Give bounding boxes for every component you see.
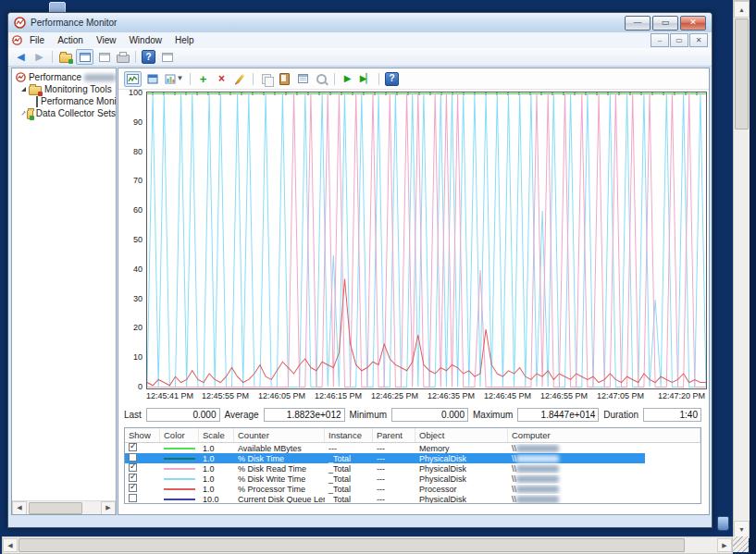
delete-icon: × xyxy=(218,73,225,84)
legend-row[interactable]: 1.0 % Disk Time _Total --- PhysicalDisk … xyxy=(125,453,700,463)
scale-cell: 10.0 xyxy=(199,495,234,504)
back-button[interactable]: ◀ xyxy=(13,50,29,64)
col-instance[interactable]: Instance xyxy=(325,428,373,442)
vertical-scroll-thumb[interactable] xyxy=(735,18,749,129)
show-checkbox[interactable] xyxy=(129,474,137,482)
menu-window[interactable]: Window xyxy=(123,34,167,46)
window-icon xyxy=(99,53,110,62)
scroll-right-icon[interactable]: ▶ xyxy=(717,538,732,552)
toolbar-separator xyxy=(52,51,53,63)
legend-row[interactable]: 1.0 % Disk Write Time _Total --- Physica… xyxy=(125,474,700,484)
expanded-arrow-icon[interactable] xyxy=(21,87,26,92)
show-console-tree-button[interactable] xyxy=(76,49,93,65)
paste-counter-list-button[interactable] xyxy=(277,72,292,86)
performance-chart[interactable] xyxy=(146,92,707,389)
scroll-left-icon[interactable]: ◀ xyxy=(12,501,27,515)
menu-action[interactable]: Action xyxy=(52,34,89,46)
tree-item-monitoring-tools[interactable]: Monitoring Tools xyxy=(12,83,116,95)
resize-grip[interactable] xyxy=(733,536,749,552)
monitoring-tools-folder-icon xyxy=(29,86,42,95)
scroll-right-icon[interactable]: ▶ xyxy=(101,501,116,515)
highlight-button[interactable] xyxy=(232,72,248,86)
outer-horizontal-scrollbar[interactable]: ◀ ▶ xyxy=(2,536,733,554)
title-bar[interactable]: Performance Monitor — ▭ ✕ xyxy=(8,13,712,33)
show-checkbox[interactable] xyxy=(129,453,137,462)
scale-cell: 1.0 xyxy=(199,454,234,463)
col-counter[interactable]: Counter xyxy=(234,428,325,442)
view-log-data-button[interactable] xyxy=(144,72,160,86)
performance-monitor-window: Performance Monitor — ▭ ✕ File Action Vi… xyxy=(7,12,713,528)
chart-type-dropdown[interactable]: ▼ xyxy=(163,72,185,86)
help-button[interactable]: ? xyxy=(141,50,156,64)
tree-item-data-collector-sets[interactable]: Data Collector Sets xyxy=(12,107,116,119)
unfreeze-display-button[interactable]: ▶ xyxy=(340,72,355,86)
properties-button[interactable] xyxy=(295,72,311,86)
copy-properties-button[interactable] xyxy=(258,72,274,86)
scale-cell: 1.0 xyxy=(199,444,234,453)
y-axis-labels: 1009080706050403020100 xyxy=(122,92,144,388)
show-checkbox[interactable] xyxy=(129,443,137,451)
forward-button[interactable]: ▶ xyxy=(31,50,47,64)
step-icon: ▶▏ xyxy=(360,74,372,83)
paste-icon xyxy=(279,73,290,85)
legend-row[interactable]: 1.0 % Processor Time _Total --- Processo… xyxy=(125,484,700,494)
show-checkbox[interactable] xyxy=(129,494,137,502)
child-close-button[interactable]: ✕ xyxy=(689,33,708,47)
add-icon: + xyxy=(200,73,207,85)
col-computer[interactable]: Computer xyxy=(508,428,700,442)
update-data-button[interactable]: ▶▏ xyxy=(358,72,374,86)
instance-cell: _Total xyxy=(325,485,373,494)
computer-cell: \\ xyxy=(508,474,700,484)
close-button[interactable]: ✕ xyxy=(680,16,706,31)
collapsed-arrow-icon[interactable] xyxy=(21,111,26,116)
col-scale[interactable]: Scale xyxy=(199,428,234,442)
line-chart-icon xyxy=(127,74,139,84)
window-list-button[interactable] xyxy=(96,50,112,64)
legend-row[interactable]: 10.0 Current Disk Queue Length _Total --… xyxy=(125,494,700,504)
col-color[interactable]: Color xyxy=(160,428,199,442)
child-minimize-button[interactable]: – xyxy=(651,33,669,47)
menu-file[interactable]: File xyxy=(24,34,50,46)
tree-item-performance-root[interactable]: Performance xyxy=(12,71,116,83)
scroll-down-icon[interactable]: ▼ xyxy=(734,521,750,537)
delete-counter-button[interactable]: × xyxy=(214,72,229,86)
scroll-thumb[interactable] xyxy=(29,502,82,514)
view-current-activity-button[interactable] xyxy=(124,71,142,87)
show-checkbox[interactable] xyxy=(129,484,137,492)
legend-row[interactable]: 1.0 % Disk Read Time _Total --- Physical… xyxy=(125,463,700,474)
tree-item-performance-monitor[interactable]: Performance Monit xyxy=(12,95,116,107)
new-window-button[interactable] xyxy=(159,50,175,64)
pane-help-button[interactable]: ? xyxy=(384,72,400,86)
minimum-value: 0.000 xyxy=(391,408,468,422)
horizontal-scroll-thumb[interactable] xyxy=(19,538,685,552)
computer-cell: \\ xyxy=(508,495,700,504)
instance-cell: _Total xyxy=(325,474,373,484)
print-button[interactable] xyxy=(115,50,130,64)
legend-row[interactable]: 1.0 Available MBytes --- --- Memory \\ xyxy=(125,443,700,453)
zoom-button[interactable] xyxy=(314,72,329,86)
scroll-up-icon[interactable]: ▲ xyxy=(734,1,750,18)
object-cell: PhysicalDisk xyxy=(415,454,508,463)
minimize-button[interactable]: — xyxy=(625,16,651,31)
back-icon: ◀ xyxy=(17,52,24,62)
child-restore-button[interactable]: ▭ xyxy=(670,33,688,47)
maximize-button[interactable]: ▭ xyxy=(652,16,678,31)
color-swatch xyxy=(164,458,195,460)
menu-view[interactable]: View xyxy=(91,34,122,46)
menu-help[interactable]: Help xyxy=(169,34,200,46)
tree-horizontal-scrollbar[interactable]: ◀ ▶ xyxy=(12,500,116,514)
parent-cell: --- xyxy=(373,444,415,453)
col-object[interactable]: Object xyxy=(415,428,508,442)
add-counter-button[interactable]: + xyxy=(195,72,211,86)
outer-vertical-scrollbar[interactable]: ▲ ▼ xyxy=(733,0,750,538)
scale-cell: 1.0 xyxy=(199,485,234,494)
scroll-left-icon[interactable]: ◀ xyxy=(3,538,18,552)
data-collector-folder-icon xyxy=(27,110,32,119)
export-button[interactable] xyxy=(57,50,73,64)
new-window-icon xyxy=(162,53,173,62)
col-parent[interactable]: Parent xyxy=(373,428,415,442)
y-tick-label: 70 xyxy=(133,176,143,185)
show-checkbox[interactable] xyxy=(129,463,137,472)
redacted-computer-name xyxy=(516,455,559,462)
col-show[interactable]: Show xyxy=(125,428,160,442)
